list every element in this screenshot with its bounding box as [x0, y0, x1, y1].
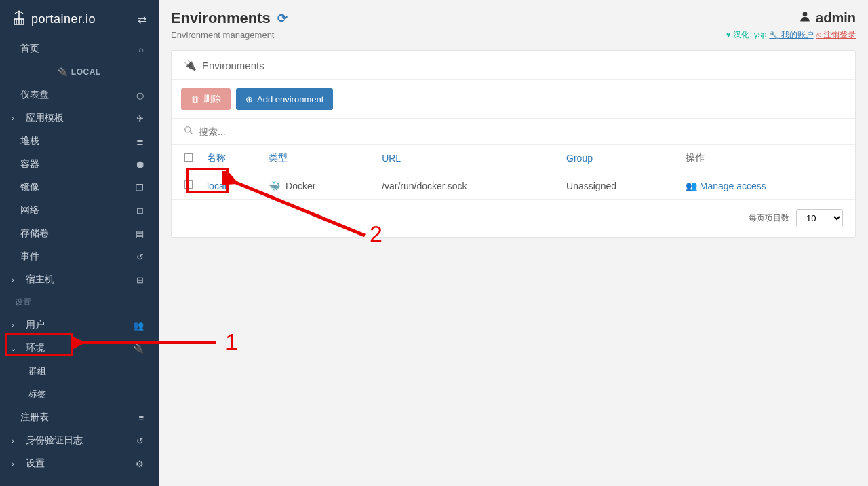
docker-icon: 🐳	[269, 181, 280, 191]
page-header: Environments ⟳ Environment management ad…	[171, 10, 856, 41]
list-icon: ≣	[136, 136, 144, 147]
trash-icon: 🗑	[191, 94, 199, 105]
wrench-icon: 🔧	[769, 31, 778, 39]
col-type[interactable]: 类型	[262, 145, 375, 172]
manage-access-link[interactable]: 👥 Manage access	[686, 181, 766, 191]
sidebar: portainer.io ⇄ 首页 ⌂ 🔌LOCAL 仪表盘◷›应用模板✈堆栈≣…	[0, 0, 159, 247]
link-logout[interactable]: ⎋ 注销登录	[816, 29, 856, 41]
nav-item-应用模板[interactable]: ›应用模板✈	[0, 107, 159, 130]
user-links: ♥ 汉化: ysp 🔧 我的账户 ⎋ 注销登录	[726, 29, 856, 41]
brand[interactable]: portainer.io	[12, 10, 96, 29]
env-group: Unassigned	[559, 172, 679, 200]
col-group[interactable]: Group	[559, 145, 679, 172]
nav-label: 应用模板	[26, 112, 64, 124]
toolbar: 🗑删除 ⊕Add environment	[172, 80, 855, 118]
brand-logo-icon	[12, 10, 27, 29]
plug-icon: 🔌	[184, 59, 197, 71]
sidebar-header: portainer.io ⇄	[0, 0, 159, 37]
nav-home[interactable]: 首页 ⌂	[0, 37, 159, 60]
add-environment-button[interactable]: ⊕Add environment	[236, 88, 333, 110]
main-content: Environments ⟳ Environment management ad…	[159, 0, 868, 247]
cubes-icon: ⬢	[136, 160, 144, 170]
table-footer: 每页项目数 10	[172, 199, 855, 237]
plus-circle-icon: ⊕	[245, 94, 253, 105]
nav-item-堆栈[interactable]: 堆栈≣	[0, 130, 159, 153]
user-display[interactable]: admin	[726, 10, 856, 26]
nav-item-镜像[interactable]: 镜像❐	[0, 176, 159, 199]
col-actions: 操作	[679, 145, 855, 172]
nav-item-网络[interactable]: 网络⊡	[0, 199, 159, 222]
page-size-label: 每页项目数	[749, 212, 789, 224]
nav-item-事件[interactable]: 事件↺	[0, 245, 159, 247]
heart-icon: ♥	[726, 31, 731, 39]
nav-label: 存储卷	[20, 227, 49, 240]
plug-icon: 🔌	[58, 67, 68, 77]
env-url: /var/run/docker.sock	[375, 172, 559, 200]
environments-table: 名称 类型 URL Group 操作 local🐳 Docker/var/run…	[172, 144, 855, 199]
nav-section-local: 🔌LOCAL	[0, 60, 159, 83]
page-size-select[interactable]: 10	[796, 209, 843, 227]
sidebar-toggle-icon[interactable]: ⇄	[138, 13, 146, 26]
home-icon: ⌂	[138, 44, 144, 54]
search-bar	[172, 118, 855, 144]
rocket-icon: ✈	[136, 113, 144, 124]
nav-label: 容器	[20, 158, 39, 170]
nav-label: 网络	[20, 204, 39, 217]
select-all-checkbox[interactable]	[184, 153, 193, 162]
svg-line-7	[190, 132, 193, 134]
delete-button[interactable]: 🗑删除	[181, 88, 231, 110]
link-my-account[interactable]: 🔧 我的账户	[769, 29, 813, 41]
page-title: Environments ⟳	[171, 10, 288, 27]
hdd-icon: ▤	[136, 229, 144, 239]
nav-label: 堆栈	[20, 135, 39, 147]
search-icon	[184, 126, 193, 137]
chevron-icon: ›	[8, 114, 18, 122]
link-translation[interactable]: ♥ 汉化: ysp	[726, 29, 766, 41]
nav-label: 仪表盘	[20, 89, 49, 101]
nav-item-仪表盘[interactable]: 仪表盘◷	[0, 83, 159, 107]
nav-item-容器[interactable]: 容器⬢	[0, 153, 159, 176]
svg-point-5	[803, 12, 808, 16]
sitemap-icon: ⊡	[136, 206, 144, 216]
clone-icon: ❐	[136, 183, 144, 193]
user-icon	[798, 10, 812, 26]
col-url[interactable]: URL	[375, 145, 559, 172]
svg-point-6	[185, 127, 191, 132]
users-icon: 👥	[686, 181, 697, 191]
nav-label: 镜像	[20, 181, 39, 193]
table-row: local🐳 Docker/var/run/docker.sockUnassig…	[172, 172, 855, 200]
tachometer-icon: ◷	[136, 90, 144, 100]
page-subtitle: Environment management	[171, 30, 288, 40]
refresh-icon[interactable]: ⟳	[277, 11, 288, 26]
signout-icon: ⎋	[816, 31, 821, 39]
brand-text: portainer.io	[31, 12, 96, 26]
search-input[interactable]	[199, 126, 843, 137]
env-name-link[interactable]: local	[207, 181, 226, 191]
col-name[interactable]: 名称	[200, 145, 262, 172]
panel-title: 🔌 Environments	[172, 51, 855, 80]
environments-panel: 🔌 Environments 🗑删除 ⊕Add environment 名称 类…	[171, 50, 856, 238]
row-checkbox[interactable]	[184, 180, 193, 189]
env-type: 🐳 Docker	[262, 172, 375, 200]
nav-home-label: 首页	[20, 43, 39, 55]
nav-item-存储卷[interactable]: 存储卷▤	[0, 222, 159, 245]
